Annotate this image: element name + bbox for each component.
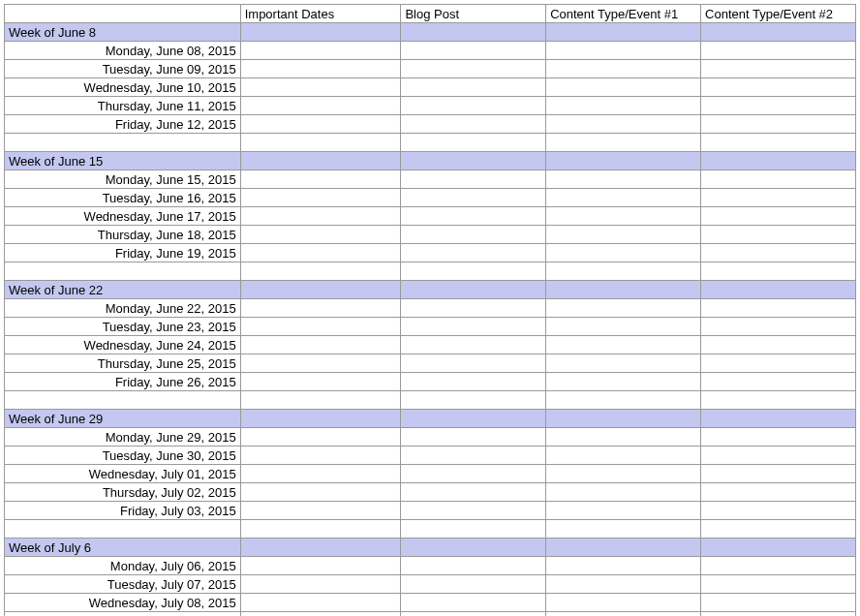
week-header-cell[interactable]: [240, 281, 401, 299]
date-cell[interactable]: Wednesday, June 17, 2015: [5, 207, 241, 226]
week-title-cell[interactable]: Week of July 6: [5, 539, 241, 557]
date-cell[interactable]: Friday, June 12, 2015: [5, 115, 241, 134]
spacer-cell[interactable]: [401, 391, 546, 410]
content-2-cell[interactable]: [701, 226, 856, 244]
blog-post-cell[interactable]: [401, 226, 546, 244]
blog-post-cell[interactable]: [401, 483, 546, 502]
content-2-cell[interactable]: [701, 594, 856, 612]
header-cell-content-1[interactable]: Content Type/Event #1: [546, 5, 701, 23]
content-1-cell[interactable]: [546, 42, 701, 60]
content-2-cell[interactable]: [701, 483, 856, 502]
date-cell[interactable]: Wednesday, June 24, 2015: [5, 336, 241, 354]
spacer-cell[interactable]: [5, 262, 241, 281]
blog-post-cell[interactable]: [401, 447, 546, 465]
date-cell[interactable]: Thursday, July 09, 2015: [5, 612, 241, 617]
date-cell[interactable]: Thursday, June 25, 2015: [5, 354, 241, 373]
spacer-cell[interactable]: [5, 134, 241, 152]
blog-post-cell[interactable]: [401, 170, 546, 189]
spacer-cell[interactable]: [240, 262, 401, 281]
content-1-cell[interactable]: [546, 318, 701, 336]
blog-post-cell[interactable]: [401, 115, 546, 134]
date-cell[interactable]: Wednesday, June 10, 2015: [5, 78, 241, 97]
week-header-cell[interactable]: [546, 23, 701, 42]
content-1-cell[interactable]: [546, 428, 701, 447]
spacer-cell[interactable]: [240, 134, 401, 152]
important-dates-cell[interactable]: [240, 318, 401, 336]
content-2-cell[interactable]: [701, 60, 856, 78]
important-dates-cell[interactable]: [240, 373, 401, 391]
content-1-cell[interactable]: [546, 226, 701, 244]
blog-post-cell[interactable]: [401, 60, 546, 78]
week-title-cell[interactable]: Week of June 8: [5, 23, 241, 42]
content-1-cell[interactable]: [546, 299, 701, 318]
important-dates-cell[interactable]: [240, 97, 401, 115]
important-dates-cell[interactable]: [240, 354, 401, 373]
content-1-cell[interactable]: [546, 465, 701, 483]
content-1-cell[interactable]: [546, 97, 701, 115]
content-1-cell[interactable]: [546, 447, 701, 465]
date-cell[interactable]: Thursday, June 11, 2015: [5, 97, 241, 115]
content-2-cell[interactable]: [701, 354, 856, 373]
content-2-cell[interactable]: [701, 557, 856, 575]
week-header-cell[interactable]: [401, 539, 546, 557]
week-header-cell[interactable]: [701, 410, 856, 428]
week-header-cell[interactable]: [546, 152, 701, 170]
content-1-cell[interactable]: [546, 557, 701, 575]
week-header-cell[interactable]: [701, 23, 856, 42]
content-1-cell[interactable]: [546, 78, 701, 97]
important-dates-cell[interactable]: [240, 60, 401, 78]
important-dates-cell[interactable]: [240, 226, 401, 244]
content-2-cell[interactable]: [701, 244, 856, 262]
date-cell[interactable]: Monday, June 15, 2015: [5, 170, 241, 189]
date-cell[interactable]: Monday, July 06, 2015: [5, 557, 241, 575]
content-2-cell[interactable]: [701, 428, 856, 447]
important-dates-cell[interactable]: [240, 170, 401, 189]
important-dates-cell[interactable]: [240, 428, 401, 447]
spacer-cell[interactable]: [546, 262, 701, 281]
header-cell-important-dates[interactable]: Important Dates: [240, 5, 401, 23]
important-dates-cell[interactable]: [240, 78, 401, 97]
week-header-cell[interactable]: [701, 152, 856, 170]
week-header-cell[interactable]: [240, 410, 401, 428]
content-1-cell[interactable]: [546, 170, 701, 189]
content-1-cell[interactable]: [546, 373, 701, 391]
date-cell[interactable]: Wednesday, July 01, 2015: [5, 465, 241, 483]
header-cell-date[interactable]: [5, 5, 241, 23]
spacer-cell[interactable]: [401, 520, 546, 539]
content-2-cell[interactable]: [701, 373, 856, 391]
date-cell[interactable]: Friday, June 19, 2015: [5, 244, 241, 262]
date-cell[interactable]: Tuesday, July 07, 2015: [5, 575, 241, 594]
spacer-cell[interactable]: [401, 134, 546, 152]
content-2-cell[interactable]: [701, 318, 856, 336]
spacer-cell[interactable]: [5, 391, 241, 410]
spacer-cell[interactable]: [240, 391, 401, 410]
week-header-cell[interactable]: [240, 152, 401, 170]
blog-post-cell[interactable]: [401, 318, 546, 336]
spacer-cell[interactable]: [240, 520, 401, 539]
blog-post-cell[interactable]: [401, 557, 546, 575]
content-1-cell[interactable]: [546, 336, 701, 354]
spacer-cell[interactable]: [401, 262, 546, 281]
date-cell[interactable]: Monday, June 08, 2015: [5, 42, 241, 60]
content-1-cell[interactable]: [546, 115, 701, 134]
content-2-cell[interactable]: [701, 336, 856, 354]
content-2-cell[interactable]: [701, 115, 856, 134]
content-1-cell[interactable]: [546, 612, 701, 617]
spacer-cell[interactable]: [701, 520, 856, 539]
content-1-cell[interactable]: [546, 244, 701, 262]
date-cell[interactable]: Tuesday, June 23, 2015: [5, 318, 241, 336]
date-cell[interactable]: Tuesday, June 16, 2015: [5, 189, 241, 207]
blog-post-cell[interactable]: [401, 189, 546, 207]
important-dates-cell[interactable]: [240, 465, 401, 483]
content-2-cell[interactable]: [701, 78, 856, 97]
content-2-cell[interactable]: [701, 189, 856, 207]
date-cell[interactable]: Thursday, June 18, 2015: [5, 226, 241, 244]
important-dates-cell[interactable]: [240, 612, 401, 617]
date-cell[interactable]: Friday, June 26, 2015: [5, 373, 241, 391]
week-header-cell[interactable]: [401, 281, 546, 299]
blog-post-cell[interactable]: [401, 97, 546, 115]
week-title-cell[interactable]: Week of June 29: [5, 410, 241, 428]
important-dates-cell[interactable]: [240, 42, 401, 60]
date-cell[interactable]: Monday, June 29, 2015: [5, 428, 241, 447]
content-2-cell[interactable]: [701, 502, 856, 520]
